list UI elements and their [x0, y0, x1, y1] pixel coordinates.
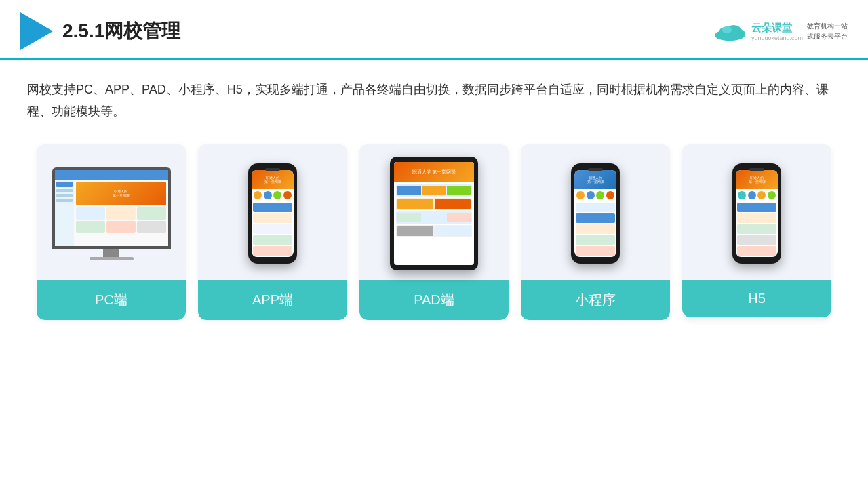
monitor-screen: 职通人的第一堂网课 [55, 170, 168, 246]
phone-icons [252, 189, 294, 201]
pad-screen: 职通人的 第一堂网课 [394, 162, 474, 265]
monitor-foot [90, 257, 134, 260]
card-h5-label: H5 [682, 280, 831, 317]
card-mini-label: 小程序 [521, 280, 670, 320]
card-app: 职通人的第一堂网课 [198, 144, 347, 320]
card-pad: 职通人的 第一堂网课 [359, 144, 509, 320]
monitor: 职通人的第一堂网课 [52, 167, 171, 249]
description: 网校支持PC、APP、PAD、小程序、H5，实现多端打通，产品各终端自由切换，数… [0, 60, 868, 123]
mini-image-area: 职通人的第一堂网课 [521, 144, 670, 280]
app-image-area: 职通人的第一堂网课 [198, 144, 347, 280]
cloud-icon [712, 20, 747, 42]
brand-name: 云朵课堂 [751, 22, 803, 35]
card-h5: 职通人的第一堂网课 [682, 144, 831, 320]
h5-phone-screen: 职通人的第一堂网课 [736, 170, 778, 257]
pc-device: 职通人的第一堂网课 [52, 167, 171, 260]
card-pc-label: PC端 [37, 280, 186, 320]
pad-body [394, 182, 474, 241]
page-title: 2.5.1网校管理 [62, 18, 180, 44]
svg-point-3 [733, 29, 745, 39]
card-pc: 职通人的第一堂网课 [37, 144, 186, 320]
mini-icons [574, 189, 616, 201]
phone-screen: 职通人的第一堂网课 [252, 170, 294, 257]
h5-top-text: 职通人的第一堂网课 [749, 176, 766, 184]
phone-body [252, 201, 294, 257]
card-mini: 职通人的第一堂网课 [521, 144, 670, 320]
pc-image-area: 职通人的第一堂网课 [37, 144, 186, 280]
mini-body [574, 201, 616, 257]
pad-device: 职通人的 第一堂网课 [390, 157, 478, 270]
card-pad-label: PAD端 [359, 280, 509, 320]
h5-body [736, 201, 778, 257]
h5-icons [736, 189, 778, 201]
monitor-neck [103, 249, 119, 257]
brand-slogan: 教育机构一站式服务云平台 [807, 21, 848, 41]
header: 2.5.1网校管理 云朵课堂 yunduoketang.com 教育机构一站式服… [0, 0, 868, 60]
card-app-label: APP端 [198, 280, 347, 320]
phone-top-text: 职通人的第一堂网课 [264, 176, 281, 184]
h5-phone-device: 职通人的第一堂网课 [732, 163, 781, 264]
h5-image-area: 职通人的第一堂网课 [682, 144, 831, 280]
phone-device: 职通人的第一堂网课 [248, 163, 297, 264]
logo-triangle-icon [20, 12, 53, 50]
mini-phone-screen: 职通人的第一堂网课 [574, 170, 616, 257]
pad-image-area: 职通人的 第一堂网课 [359, 144, 509, 280]
brand-logo: 云朵课堂 yunduoketang.com 教育机构一站式服务云平台 [712, 20, 848, 42]
svg-point-4 [722, 26, 732, 33]
description-text: 网校支持PC、APP、PAD、小程序、H5，实现多端打通，产品各终端自由切换，数… [27, 79, 841, 123]
brand-info: 云朵课堂 yunduoketang.com [751, 22, 803, 41]
header-left: 2.5.1网校管理 [20, 12, 180, 50]
mini-top-text: 职通人的第一堂网课 [587, 176, 604, 184]
cards-container: 职通人的第一堂网课 [0, 123, 868, 320]
mini-phone-device: 职通人的第一堂网课 [571, 163, 620, 264]
brand-url: yunduoketang.com [751, 35, 803, 41]
